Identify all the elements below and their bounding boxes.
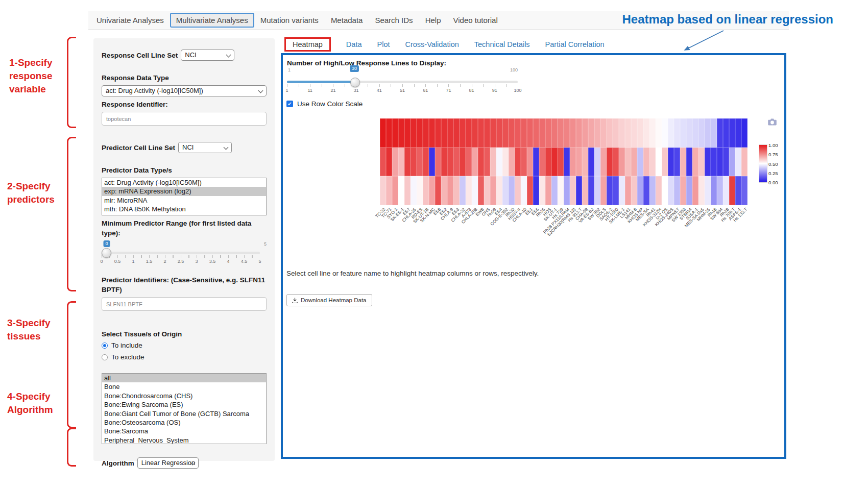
heatmap-cell[interactable]	[441, 148, 447, 176]
heatmap-cell[interactable]	[711, 118, 717, 148]
heatmap-cell[interactable]	[607, 176, 613, 205]
heatmap-cell[interactable]	[472, 148, 478, 176]
predictor-data-type-option[interactable]: exp: mRNA Expression (log2)	[102, 187, 266, 196]
heatmap-cell[interactable]	[502, 118, 509, 148]
heatmap-cell[interactable]	[698, 176, 705, 205]
camera-snapshot-icon[interactable]	[768, 118, 777, 126]
tissue-option[interactable]: Bone:Sarcoma	[102, 427, 266, 435]
heatmap-cell[interactable]	[533, 176, 539, 205]
predictor-data-types-listbox[interactable]: act: Drug Activity (-log10[IC50M])exp: m…	[102, 178, 267, 215]
heatmap-cell[interactable]	[533, 148, 539, 176]
heatmap-cell[interactable]	[398, 148, 404, 176]
heatmap-cell[interactable]	[423, 176, 429, 205]
heatmap-cell[interactable]	[466, 118, 472, 148]
heatmap-cell[interactable]	[429, 118, 435, 148]
heatmap-cell[interactable]	[729, 176, 735, 205]
heatmap-cell[interactable]	[619, 118, 625, 148]
heatmap-cell[interactable]	[502, 176, 509, 205]
heatmap-cell[interactable]	[392, 118, 398, 148]
slider-handle[interactable]	[350, 78, 360, 87]
algorithm-select[interactable]: Linear Regression	[137, 457, 199, 469]
tissue-option[interactable]: Bone:Chondrosarcoma (CHS)	[102, 392, 266, 400]
slider-track[interactable]	[102, 252, 260, 254]
heatmap-cell[interactable]	[551, 176, 558, 205]
heatmap-cell[interactable]	[692, 118, 698, 148]
heatmap-cell[interactable]	[478, 118, 484, 148]
heatmap-cell[interactable]	[625, 148, 631, 176]
heatmap-cell[interactable]	[717, 118, 723, 148]
heatmap-cell[interactable]	[686, 148, 692, 176]
heatmap-cell[interactable]	[551, 118, 558, 148]
heatmap-cell[interactable]	[435, 176, 441, 205]
predictor-identifiers-input[interactable]	[102, 297, 267, 311]
heatmap-cell[interactable]	[380, 148, 386, 176]
heatmap-cell[interactable]	[380, 118, 386, 148]
nav-tab-metadata[interactable]: Metadata	[325, 13, 369, 28]
predictor-data-type-option[interactable]: mir: MicroRNA	[102, 196, 266, 205]
heatmap-cell[interactable]	[576, 176, 582, 205]
heatmap-cell[interactable]	[417, 176, 423, 205]
heatmap-cell[interactable]	[625, 176, 631, 205]
heatmap-cell[interactable]	[594, 118, 600, 148]
heatmap-cell[interactable]	[705, 176, 711, 205]
heatmap-cell[interactable]	[545, 176, 551, 205]
heatmap-cell[interactable]	[539, 148, 545, 176]
heatmap-cell[interactable]	[600, 176, 607, 205]
tab-cross-validation[interactable]: Cross-Validation	[405, 40, 459, 48]
heatmap-cell[interactable]	[404, 148, 411, 176]
heatmap-cell[interactable]	[441, 118, 447, 148]
heatmap-cell[interactable]	[674, 176, 680, 205]
heatmap-cell[interactable]	[447, 118, 453, 148]
heatmap-cell[interactable]	[398, 118, 404, 148]
heatmap-cell[interactable]	[496, 176, 502, 205]
tissue-option[interactable]: Bone	[102, 382, 266, 391]
heatmap-cell[interactable]	[741, 176, 748, 205]
heatmap-cell[interactable]	[564, 148, 570, 176]
heatmap-cell[interactable]	[656, 176, 662, 205]
heatmap-cell[interactable]	[466, 176, 472, 205]
heatmap-cell[interactable]	[490, 118, 496, 148]
heatmap-cell[interactable]	[570, 176, 576, 205]
heatmap-cell[interactable]	[496, 148, 502, 176]
heatmap-cell[interactable]	[607, 148, 613, 176]
heatmap-cell[interactable]	[656, 148, 662, 176]
heatmap-cell[interactable]	[453, 148, 460, 176]
heatmap-cell[interactable]	[662, 118, 668, 148]
heatmap-cell[interactable]	[435, 118, 441, 148]
heatmap-cell[interactable]	[741, 118, 748, 148]
nav-tab-multivariate[interactable]: Multivariate Analyses	[170, 13, 254, 28]
heatmap-cell[interactable]	[631, 118, 637, 148]
heatmap-cell[interactable]	[705, 148, 711, 176]
heatmap-cell[interactable]	[588, 118, 594, 148]
heatmap-cell[interactable]	[490, 148, 496, 176]
heatmap-cell[interactable]	[668, 118, 674, 148]
heatmap-cell[interactable]	[423, 118, 429, 148]
heatmap-cell[interactable]	[729, 148, 735, 176]
heatmap-cell[interactable]	[386, 118, 392, 148]
nav-tab-search-ids[interactable]: Search IDs	[369, 13, 419, 28]
heatmap-cell[interactable]	[453, 118, 460, 148]
radio-selected-icon[interactable]	[102, 343, 108, 349]
heatmap-cell[interactable]	[576, 118, 582, 148]
heatmap-cell[interactable]	[509, 148, 515, 176]
radio-unselected-icon[interactable]	[102, 354, 108, 360]
heatmap-cell[interactable]	[515, 176, 521, 205]
heatmap-cell[interactable]	[600, 148, 607, 176]
heatmap-cell[interactable]	[551, 148, 558, 176]
heatmap-cell[interactable]	[515, 148, 521, 176]
heatmap-cell[interactable]	[698, 118, 705, 148]
heatmap-cell[interactable]	[582, 118, 588, 148]
heatmap-cell[interactable]	[417, 118, 423, 148]
tissue-include-radio-row[interactable]: To include	[102, 341, 267, 349]
heatmap-cell[interactable]	[717, 148, 723, 176]
heatmap-cell[interactable]	[619, 176, 625, 205]
heatmap-cell[interactable]	[484, 118, 490, 148]
heatmap-cell[interactable]	[429, 148, 435, 176]
heatmap-cell[interactable]	[717, 176, 723, 205]
heatmap-cell[interactable]	[723, 148, 729, 176]
heatmap-cell[interactable]	[582, 148, 588, 176]
heatmap-cell[interactable]	[643, 176, 649, 205]
heatmap-cell[interactable]	[496, 118, 502, 148]
heatmap-cell[interactable]	[460, 176, 466, 205]
heatmap-cell[interactable]	[509, 176, 515, 205]
